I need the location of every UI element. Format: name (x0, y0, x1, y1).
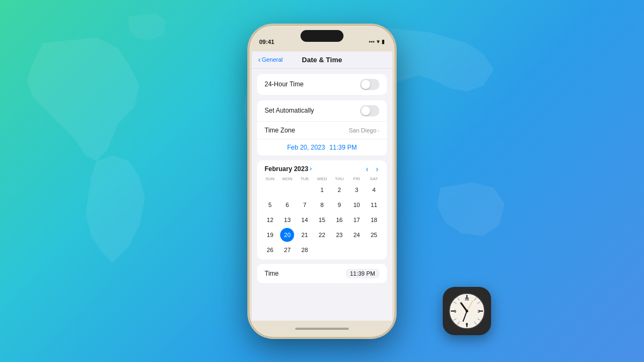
cal-day[interactable]: 8 (315, 198, 329, 212)
cal-day[interactable]: 6 (280, 198, 294, 212)
cal-day (315, 243, 329, 257)
cal-day[interactable]: 14 (298, 213, 312, 227)
calendar-grid: SUNMONTUEWEDTHUFRISAT1234567891011121314… (257, 175, 387, 257)
time-row[interactable]: Time 11:39 PM (257, 264, 387, 283)
24-hour-time-toggle[interactable] (360, 79, 379, 90)
month-expand-icon[interactable]: › (310, 166, 311, 172)
timezone-row[interactable]: Time Zone San Diego › (257, 122, 387, 139)
iphone-screen: ‹ General Date & Time 24-Hour Time Set A… (252, 51, 392, 321)
cal-day[interactable]: 27 (280, 243, 294, 257)
cal-day-header: MON (279, 175, 296, 182)
dynamic-island (301, 30, 343, 42)
nav-back-label: General (262, 56, 283, 63)
nav-back-button[interactable]: ‹ General (258, 55, 283, 64)
calendar-nav: ‹ › (365, 165, 379, 173)
24-hour-time-label: 24-Hour Time (265, 80, 304, 88)
cal-day (280, 183, 294, 197)
svg-text:12: 12 (465, 297, 469, 301)
cal-day-header: TUE (296, 175, 313, 182)
cal-day[interactable]: 12 (263, 213, 277, 227)
battery-icon: ▮ (382, 39, 385, 45)
clock-widget: 12 3 6 9 (443, 287, 491, 335)
wifi-icon: ▾ (377, 39, 379, 45)
cal-day (350, 243, 364, 257)
timezone-value: San Diego › (349, 127, 379, 134)
set-automatically-toggle[interactable] (360, 105, 379, 116)
cal-day[interactable]: 15 (315, 213, 329, 227)
cal-day[interactable]: 21 (298, 228, 312, 242)
cal-day[interactable]: 4 (367, 183, 381, 197)
cal-day[interactable]: 7 (298, 198, 312, 212)
cal-day[interactable]: 11 (367, 198, 381, 212)
cal-day[interactable]: 25 (367, 228, 381, 242)
time-format-group: 24-Hour Time (257, 74, 387, 95)
svg-point-20 (466, 310, 469, 313)
calendar-section: February 2023 › ‹ › SUNMONTUEWEDTHUFRISA… (257, 160, 387, 260)
iphone-bottom-bar (250, 321, 394, 337)
cal-day[interactable]: 2 (332, 183, 346, 197)
svg-text:6: 6 (466, 322, 468, 326)
cal-day[interactable]: 20 (280, 228, 294, 242)
status-icons: ▪▪▪ ▾ ▮ (369, 39, 385, 45)
cal-day[interactable]: 17 (350, 213, 364, 227)
time-section: Time 11:39 PM (257, 264, 387, 283)
clock-face: 12 3 6 9 (448, 292, 486, 330)
time-value-box: 11:39 PM (346, 269, 379, 278)
cal-day[interactable]: 16 (332, 213, 346, 227)
set-automatically-row: Set Automatically (257, 100, 387, 122)
date-time-display-row: Feb 20, 2023 11:39 PM (257, 139, 387, 156)
cal-day[interactable]: 26 (263, 243, 277, 257)
cal-day (367, 243, 381, 257)
cal-day[interactable]: 28 (298, 243, 312, 257)
month-year-text: February 2023 (265, 165, 308, 173)
cal-day-header: SUN (261, 175, 279, 182)
set-automatically-label: Set Automatically (265, 107, 314, 114)
next-month-button[interactable]: › (375, 165, 379, 173)
cal-day (332, 243, 346, 257)
cal-day[interactable]: 1 (315, 183, 329, 197)
nav-title: Date & Time (302, 56, 342, 64)
current-time-display: 11:39 PM (330, 144, 357, 151)
timezone-city: San Diego (349, 127, 376, 134)
cal-day (298, 183, 312, 197)
cal-day[interactable]: 18 (367, 213, 381, 227)
status-time: 09:41 (259, 39, 274, 45)
settings-content: 24-Hour Time Set Automatically Time Zone… (252, 69, 392, 316)
cal-day-header: WED (313, 175, 331, 182)
status-bar: 09:41 ▪▪▪ ▾ ▮ (250, 26, 394, 51)
cal-day[interactable]: 3 (350, 183, 364, 197)
auto-set-group: Set Automatically Time Zone San Diego › … (257, 100, 387, 156)
cal-day[interactable]: 10 (350, 198, 364, 212)
cal-day[interactable]: 5 (263, 198, 277, 212)
cal-day[interactable]: 19 (263, 228, 277, 242)
24-hour-time-row: 24-Hour Time (257, 74, 387, 95)
cal-day[interactable]: 13 (280, 213, 294, 227)
cal-day-header: SAT (365, 175, 383, 182)
timezone-chevron-icon: › (377, 127, 379, 134)
current-date-display: Feb 20, 2023 (287, 144, 325, 151)
cal-day[interactable]: 23 (332, 228, 346, 242)
nav-bar: ‹ General Date & Time (252, 51, 392, 69)
home-indicator (295, 328, 349, 330)
signal-icon: ▪▪▪ (369, 39, 375, 45)
calendar-month-label: February 2023 › (265, 165, 312, 173)
cal-day (263, 183, 277, 197)
cal-day[interactable]: 24 (350, 228, 364, 242)
calendar-header: February 2023 › ‹ › (257, 160, 387, 175)
svg-text:9: 9 (454, 309, 456, 313)
timezone-label: Time Zone (265, 127, 295, 134)
iphone-frame: 09:41 ▪▪▪ ▾ ▮ ‹ General Date & Time 24-H… (250, 26, 394, 337)
time-label: Time (265, 270, 279, 277)
cal-day-header: FRI (348, 175, 365, 182)
cal-day[interactable]: 9 (332, 198, 346, 212)
back-chevron-icon: ‹ (258, 55, 261, 64)
svg-text:3: 3 (478, 309, 480, 313)
cal-day-header: THU (331, 175, 348, 182)
prev-month-button[interactable]: ‹ (365, 165, 370, 173)
cal-day[interactable]: 22 (315, 228, 329, 242)
